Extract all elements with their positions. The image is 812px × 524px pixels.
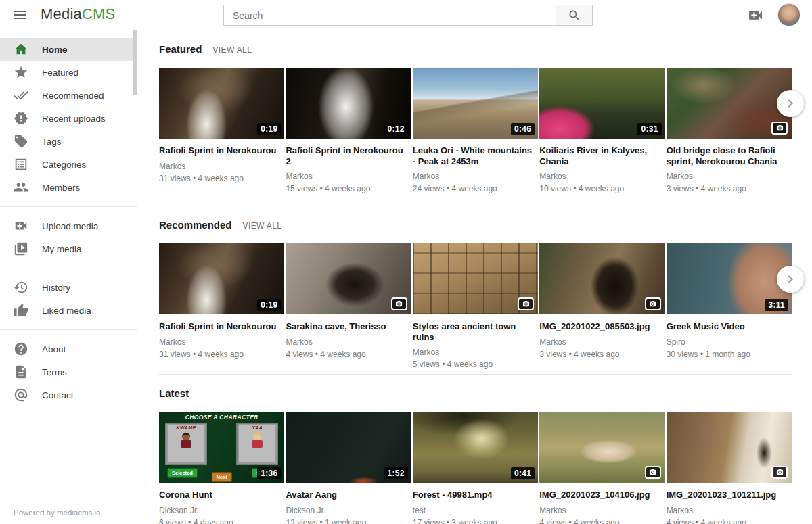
media-card[interactable]: Stylos area ancient town ruins Markos 5 … bbox=[413, 243, 538, 369]
sidebar-nav: Home Featured Recommended Recent uploads… bbox=[0, 30, 137, 524]
media-title[interactable]: Rafioli Sprint in Nerokourou 2 bbox=[286, 145, 411, 166]
media-thumbnail[interactable]: 0:19 bbox=[159, 68, 284, 139]
media-card[interactable]: 1:52 Avatar Aang Dickson Jr. 12 views • … bbox=[286, 412, 411, 524]
media-thumbnail[interactable]: 0:19 bbox=[159, 243, 284, 314]
media-card[interactable]: 0:19 Rafioli Sprint in Nerokourou Markos… bbox=[159, 68, 284, 193]
media-thumbnail[interactable]: 0:41 bbox=[413, 412, 538, 483]
media-thumbnail[interactable]: 0:12 bbox=[286, 68, 411, 139]
media-card[interactable]: 3:11 Greek Music Video Spiro 30 views • … bbox=[667, 243, 792, 369]
sidebar-item-liked-media[interactable]: Liked media bbox=[0, 299, 137, 322]
media-thumbnail[interactable] bbox=[413, 243, 538, 314]
media-title[interactable]: IMG_20201023_101211.jpg bbox=[667, 490, 792, 500]
carousel-next-button[interactable] bbox=[777, 90, 804, 117]
media-author[interactable]: Markos bbox=[667, 172, 792, 181]
sidebar-item-my-media[interactable]: My media bbox=[0, 237, 137, 260]
media-card[interactable]: 0:31 Koiliaris River in Kalyves, Chania … bbox=[539, 68, 664, 193]
at-email-icon bbox=[14, 387, 28, 402]
media-author[interactable]: Markos bbox=[159, 337, 284, 347]
game-character-name: KWAME bbox=[166, 425, 206, 430]
media-author[interactable]: test bbox=[413, 506, 538, 515]
media-card[interactable]: 0:46 Leuka Ori - White mountains - Peak … bbox=[413, 68, 538, 193]
sidebar-item-contact[interactable]: Contact bbox=[0, 383, 137, 406]
media-thumbnail[interactable]: 1:52 bbox=[286, 412, 411, 483]
media-title[interactable]: IMG_20201023_104106.jpg bbox=[539, 490, 664, 500]
media-author[interactable]: Markos bbox=[539, 337, 664, 347]
media-author[interactable]: Markos bbox=[286, 337, 411, 347]
media-thumbnail[interactable]: 3:11 bbox=[667, 243, 792, 314]
recommended-row: 0:19 Rafioli Sprint in Nerokourou Markos… bbox=[159, 243, 792, 369]
media-author[interactable]: Dickson Jr. bbox=[286, 506, 411, 515]
media-title[interactable]: Corona Hunt bbox=[159, 490, 284, 500]
user-avatar[interactable] bbox=[777, 3, 800, 26]
media-meta: 3 views • 4 weeks ago bbox=[539, 350, 664, 359]
media-title[interactable]: Old bridge close to Rafioli sprint, Nero… bbox=[667, 145, 792, 166]
media-card[interactable]: 0:41 Forest - 49981.mp4 test 17 views • … bbox=[413, 412, 538, 524]
media-author[interactable]: Spiro bbox=[667, 337, 792, 347]
media-title[interactable]: Leuka Ori - White mountains - Peak at 24… bbox=[413, 145, 538, 166]
media-card[interactable]: Old bridge close to Rafioli sprint, Nero… bbox=[667, 68, 792, 193]
sidebar-scrollbar[interactable] bbox=[133, 30, 137, 95]
sidebar-item-tags[interactable]: Tags bbox=[0, 130, 137, 153]
media-author[interactable]: Markos bbox=[413, 172, 538, 181]
double-check-icon bbox=[14, 88, 28, 103]
media-thumbnail[interactable] bbox=[539, 243, 664, 314]
powered-by-text[interactable]: Powered by mediacms.io bbox=[14, 508, 100, 517]
sidebar-item-label: Recommended bbox=[42, 91, 104, 101]
sidebar-item-terms[interactable]: Terms bbox=[0, 360, 137, 383]
media-author[interactable]: Dickson Jr. bbox=[159, 506, 284, 515]
media-author[interactable]: Markos bbox=[159, 162, 284, 171]
search-bar bbox=[223, 5, 593, 26]
media-author[interactable]: Markos bbox=[539, 506, 664, 515]
hamburger-menu-icon[interactable] bbox=[12, 7, 28, 23]
media-author[interactable]: Markos bbox=[539, 172, 664, 181]
media-meta: 15 views • 4 weeks ago bbox=[286, 184, 411, 193]
media-title[interactable]: Rafioli Sprint in Nerokourou bbox=[159, 321, 284, 332]
sidebar-item-upload-media[interactable]: Upload media bbox=[0, 214, 137, 237]
media-title[interactable]: Greek Music Video bbox=[667, 321, 792, 332]
media-author[interactable]: Markos bbox=[413, 348, 538, 357]
media-card[interactable]: 0:19 Rafioli Sprint in Nerokourou Markos… bbox=[159, 243, 284, 369]
view-all-link[interactable]: VIEW ALL bbox=[212, 45, 252, 55]
section-title: Featured bbox=[159, 43, 202, 55]
media-meta: 30 views • 1 month ago bbox=[667, 350, 792, 359]
sidebar-item-members[interactable]: Members bbox=[0, 176, 137, 199]
media-library-icon bbox=[14, 241, 28, 256]
sidebar-item-recommended[interactable]: Recommended bbox=[0, 84, 137, 107]
media-title[interactable]: Avatar Aang bbox=[286, 490, 411, 500]
media-author[interactable]: Markos bbox=[286, 172, 411, 181]
sidebar-item-home[interactable]: Home bbox=[0, 38, 137, 61]
media-card[interactable]: 0:12 Rafioli Sprint in Nerokourou 2 Mark… bbox=[286, 68, 411, 193]
view-all-link[interactable]: VIEW ALL bbox=[243, 221, 282, 231]
media-thumbnail[interactable] bbox=[286, 243, 411, 314]
media-author[interactable]: Markos bbox=[667, 506, 792, 515]
media-card[interactable]: Sarakina cave, Therisso Markos 4 views •… bbox=[286, 243, 411, 369]
media-card[interactable]: IMG_20201022_085503.jpg Markos 3 views •… bbox=[539, 243, 664, 369]
sidebar-item-about[interactable]: About bbox=[0, 337, 137, 360]
media-card[interactable]: IMG_20201023_104106.jpg Markos 4 views •… bbox=[539, 412, 664, 524]
media-thumbnail[interactable]: 0:31 bbox=[539, 68, 664, 139]
media-thumbnail[interactable] bbox=[667, 412, 792, 483]
media-meta: 4 views • 4 weeks ago bbox=[539, 518, 664, 524]
media-title[interactable]: Koiliaris River in Kalyves, Chania bbox=[539, 145, 664, 166]
media-title[interactable]: Stylos area ancient town ruins bbox=[413, 321, 538, 342]
sidebar-item-featured[interactable]: Featured bbox=[0, 61, 137, 84]
media-card[interactable]: CHOOSE A CHARACTER KWAME YAA Selected Ne… bbox=[159, 412, 284, 524]
media-title[interactable]: IMG_20201022_085503.jpg bbox=[539, 321, 664, 332]
sidebar-item-categories[interactable]: Categories bbox=[0, 153, 137, 176]
sidebar-item-recent-uploads[interactable]: Recent uploads bbox=[0, 107, 137, 130]
media-thumbnail[interactable] bbox=[539, 412, 664, 483]
media-thumbnail[interactable]: CHOOSE A CHARACTER KWAME YAA Selected Ne… bbox=[159, 412, 284, 483]
search-button[interactable] bbox=[556, 5, 593, 26]
sidebar-item-history[interactable]: History bbox=[0, 276, 137, 299]
search-input[interactable] bbox=[223, 5, 556, 26]
media-title[interactable]: Sarakina cave, Therisso bbox=[286, 321, 411, 332]
media-thumbnail[interactable]: 0:46 bbox=[413, 68, 538, 139]
media-thumbnail[interactable] bbox=[667, 68, 792, 139]
carousel-next-button[interactable] bbox=[777, 266, 804, 293]
media-title[interactable]: Forest - 49981.mp4 bbox=[413, 490, 538, 500]
upload-media-icon[interactable] bbox=[747, 7, 764, 24]
app-logo[interactable]: MediaCMS bbox=[41, 5, 115, 23]
section-header-latest: Latest bbox=[159, 387, 812, 400]
media-card[interactable]: IMG_20201023_101211.jpg Markos 4 views •… bbox=[667, 412, 792, 524]
media-title[interactable]: Rafioli Sprint in Nerokourou bbox=[159, 145, 284, 156]
